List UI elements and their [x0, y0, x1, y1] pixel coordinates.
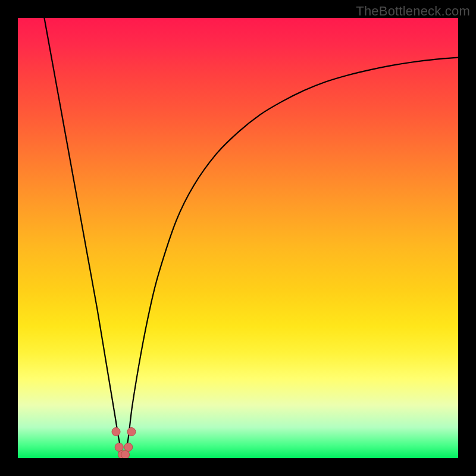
- minimum-marker-dot: [115, 443, 123, 452]
- chart-area: [18, 18, 458, 458]
- minimum-marker-dot: [127, 428, 136, 436]
- minimum-marker-dot: [112, 428, 120, 436]
- watermark-text: TheBottleneck.com: [356, 4, 470, 19]
- minimum-marker-dot: [124, 443, 133, 452]
- minimum-marker-group: [112, 428, 136, 458]
- bottleneck-curve-path: [44, 18, 458, 458]
- bottleneck-curve-svg: [18, 18, 458, 458]
- minimum-marker-dot: [121, 450, 130, 458]
